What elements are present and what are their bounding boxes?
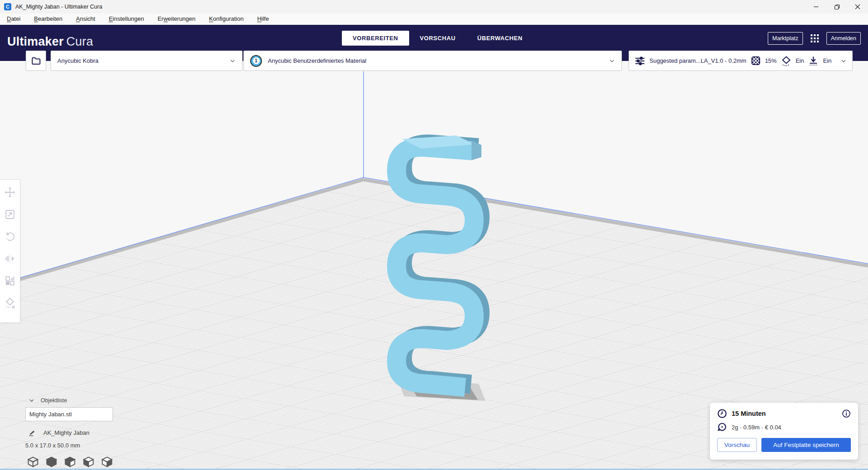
material-usage: 2g · 0.59m · € 0.04 <box>732 424 781 431</box>
support-blocker-tool[interactable] <box>4 297 16 309</box>
view-left-icon[interactable] <box>82 455 95 469</box>
material-name: Anycubic Benutzerdefiniertes Material <box>268 57 366 64</box>
signin-button[interactable]: Anmelden <box>826 32 861 45</box>
adhesion-icon <box>808 56 819 66</box>
tab-vorschau[interactable]: VORSCHAU <box>409 31 467 46</box>
marketplace-button[interactable]: Marktplatz <box>768 32 803 45</box>
preview-button[interactable]: Vorschau <box>717 438 757 452</box>
apps-grid-icon[interactable] <box>809 33 820 44</box>
chevron-down-icon <box>29 398 34 403</box>
object-list-panel: Objektliste Mighty Jaban.stl AK_Mighty J… <box>25 397 114 469</box>
per-model-settings-tool[interactable] <box>4 275 16 287</box>
view-right-icon[interactable] <box>100 455 114 469</box>
camera-view-presets <box>26 455 114 469</box>
chevron-down-icon <box>840 58 847 64</box>
infill-icon <box>751 56 761 66</box>
pencil-icon <box>28 428 36 437</box>
window-title: AK_Mighty Jaban - Ultimaker Cura <box>15 4 102 10</box>
sliders-icon <box>635 56 645 66</box>
chevron-down-icon <box>229 58 236 64</box>
menu-item-ansicht[interactable]: Ansicht <box>69 14 102 25</box>
minimize-button[interactable] <box>806 0 826 14</box>
mirror-tool[interactable] <box>4 252 16 265</box>
tab-vorbereiten[interactable]: VORBEREITEN <box>342 31 409 46</box>
infill-value: 15% <box>765 57 777 64</box>
object-list-item[interactable]: Mighty Jaban.stl <box>25 407 113 421</box>
app-icon: C <box>4 3 11 10</box>
clock-icon <box>717 409 727 419</box>
close-button[interactable] <box>847 0 868 14</box>
print-summary-card: 15 Minuten 2g · 0.59m · € 0.04 Vorschau … <box>710 403 858 460</box>
material-spool-icon <box>717 422 727 432</box>
printer-name: Anycubic Kobra <box>57 57 98 64</box>
save-to-disk-button[interactable]: Auf Festplatte speichern <box>761 438 851 452</box>
open-file-button[interactable] <box>26 51 46 71</box>
object-list-title: Objektliste <box>41 397 67 404</box>
menu-item-konfiguration[interactable]: Konfiguration <box>202 14 251 25</box>
chevron-down-icon <box>609 58 615 64</box>
left-toolbar <box>0 179 20 323</box>
cura-logo: UltimakerCura <box>7 35 93 49</box>
folder-icon <box>31 56 42 66</box>
print-time: 15 Minuten <box>732 410 766 417</box>
support-icon <box>781 56 792 66</box>
menu-item-hilfe[interactable]: Hilfe <box>250 14 275 25</box>
info-icon[interactable] <box>842 409 851 418</box>
menu-item-bearbeiten[interactable]: Bearbeiten <box>27 14 69 25</box>
close-icon <box>855 4 860 9</box>
extruder-1-icon: 1 <box>250 55 262 67</box>
support-value: Ein <box>796 57 804 64</box>
scale-tool[interactable] <box>4 208 16 221</box>
object-list-header[interactable]: Objektliste <box>29 397 114 404</box>
title-bar: C AK_Mighty Jaban - Ultimaker Cura <box>0 0 868 14</box>
tab-überwachen[interactable]: ÜBERWACHEN <box>467 31 533 46</box>
menu-item-einstellungen[interactable]: Einstellungen <box>102 14 151 25</box>
model-dimensions: 5.0 x 17.0 x 50.0 mm <box>25 442 114 449</box>
active-printer-name: AK_Mighty Jaban <box>43 429 89 436</box>
restore-button[interactable] <box>826 0 847 14</box>
stage-tabs: VORBEREITENVORSCHAUÜBERWACHEN <box>342 31 533 46</box>
view-3d-icon[interactable] <box>26 455 40 469</box>
print-settings-selector[interactable]: Suggested param...LA_V1.0 - 0.2mm 15% Ei… <box>629 51 853 71</box>
move-tool[interactable] <box>4 186 16 199</box>
minimize-icon <box>813 4 819 9</box>
adhesion-value: Ein <box>823 57 831 64</box>
menu-item-erweiterungen[interactable]: Erweiterungen <box>151 14 202 25</box>
material-selector[interactable]: 1 Anycubic Benutzerdefiniertes Material <box>243 51 622 71</box>
printer-selector[interactable]: Anycubic Kobra <box>51 51 243 71</box>
view-top-icon[interactable] <box>63 455 77 469</box>
restore-icon <box>834 4 840 10</box>
rotate-tool[interactable] <box>4 230 16 243</box>
profile-summary: Suggested param...LA_V1.0 - 0.2mm <box>649 57 747 64</box>
view-front-icon[interactable] <box>45 455 58 469</box>
menu-bar: DateiBearbeitenAnsichtEinstellungenErwei… <box>0 14 868 25</box>
menu-item-datei[interactable]: Datei <box>0 14 27 25</box>
